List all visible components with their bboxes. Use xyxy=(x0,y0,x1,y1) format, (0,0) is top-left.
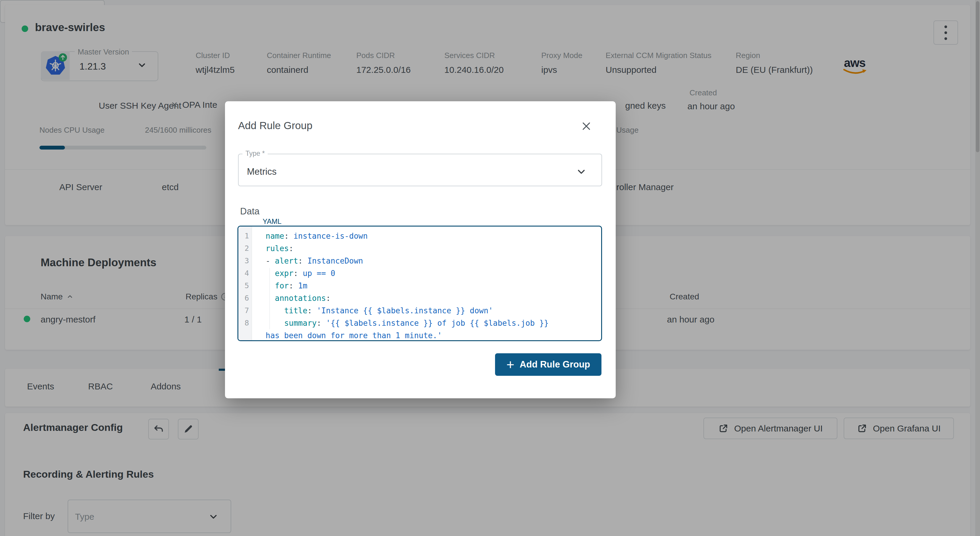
token-val: has been down for more than 1 minute.' xyxy=(266,331,442,340)
yaml-line: 4 expr: up == 0 xyxy=(238,267,601,279)
modal-add-rule-group-button[interactable]: + Add Rule Group xyxy=(495,353,601,376)
type-selected-value: Metrics xyxy=(247,167,277,177)
chevron-down-icon[interactable] xyxy=(576,167,587,178)
plus-icon: + xyxy=(506,358,514,371)
token-p xyxy=(266,281,275,290)
token-p: : xyxy=(289,281,298,290)
token-val: InstanceDown xyxy=(307,257,363,265)
yaml-line: 1name: instance-is-down xyxy=(238,230,601,242)
token-p: : xyxy=(293,269,303,278)
token-key: summary xyxy=(284,319,317,328)
code-text: name: instance-is-down xyxy=(266,230,601,242)
yaml-code-editor[interactable]: 1name: instance-is-down2rules:3- alert: … xyxy=(237,226,602,341)
yaml-editor-label: YAML xyxy=(259,217,285,226)
yaml-line: 6 annotations: xyxy=(238,292,601,304)
token-p: : xyxy=(298,257,307,265)
token-p: : xyxy=(307,306,317,315)
type-label: Type * xyxy=(242,149,268,157)
code-text: has been down for more than 1 minute.' xyxy=(266,329,601,341)
token-p xyxy=(266,319,284,328)
close-icon[interactable] xyxy=(581,121,592,132)
token-p xyxy=(266,269,275,278)
yaml-line: 8 summary: '{{ $labels.instance }} of jo… xyxy=(238,317,601,329)
yaml-line: 2rules: xyxy=(238,242,601,255)
token-val: instance-is-down xyxy=(293,232,368,241)
token-key: title xyxy=(284,306,307,315)
line-number: 7 xyxy=(238,304,249,317)
token-key: name xyxy=(266,232,284,241)
line-number: 8 xyxy=(238,317,249,329)
token-val: 'Instance {{ $labels.instance }} down' xyxy=(317,306,493,315)
yaml-line: 7 title: 'Instance {{ $labels.instance }… xyxy=(238,304,601,317)
line-number: 5 xyxy=(238,279,249,292)
token-key: for xyxy=(275,281,289,290)
line-number: 1 xyxy=(238,230,249,242)
yaml-line: 5 for: 1m xyxy=(238,279,601,292)
token-val: 1m xyxy=(298,281,307,290)
line-number: 2 xyxy=(238,242,249,255)
token-p xyxy=(266,294,275,303)
line-number: 4 xyxy=(238,267,249,279)
token-key: alert xyxy=(275,257,298,265)
data-section-label: Data xyxy=(240,206,259,217)
code-text: rules: xyxy=(266,242,601,255)
yaml-line: 3- alert: InstanceDown xyxy=(238,255,601,267)
yaml-code-lines: 1name: instance-is-down2rules:3- alert: … xyxy=(238,230,601,341)
code-text: expr: up == 0 xyxy=(266,267,601,279)
token-val: up == 0 xyxy=(303,269,335,278)
code-text: annotations: xyxy=(266,292,601,304)
code-text: title: 'Instance {{ $labels.instance }} … xyxy=(266,304,601,317)
modal-title: Add Rule Group xyxy=(238,120,312,132)
token-p: : xyxy=(284,232,293,241)
token-p: : xyxy=(317,319,326,328)
line-number: 6 xyxy=(238,292,249,304)
token-key: rules xyxy=(266,244,289,253)
token-val: '{{ $labels.instance }} of job {{ $label… xyxy=(326,319,549,328)
button-label: Add Rule Group xyxy=(520,359,590,370)
token-p: : xyxy=(289,244,293,253)
code-text: summary: '{{ $labels.instance }} of job … xyxy=(266,317,601,329)
token-key: expr xyxy=(275,269,293,278)
token-key: annotations xyxy=(275,294,326,303)
token-p: : xyxy=(326,294,331,303)
code-text: - alert: InstanceDown xyxy=(266,255,601,267)
rule-group-type-select[interactable] xyxy=(238,154,602,186)
yaml-line: has been down for more than 1 minute.' xyxy=(238,329,601,341)
line-number: 3 xyxy=(238,255,249,267)
code-text: for: 1m xyxy=(266,279,601,292)
token-p: - xyxy=(266,257,275,265)
token-p xyxy=(266,306,284,315)
